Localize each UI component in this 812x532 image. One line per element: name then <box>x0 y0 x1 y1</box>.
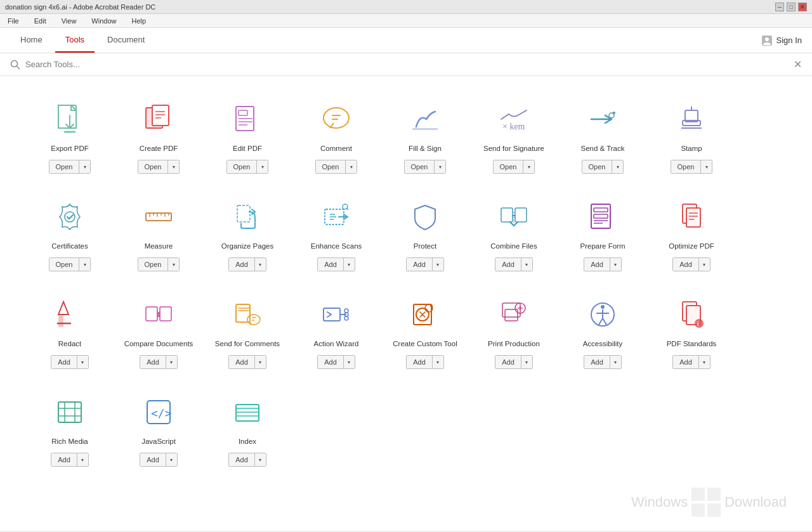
menu-view[interactable]: View <box>59 16 79 26</box>
search-clear-button[interactable]: ✕ <box>794 58 802 70</box>
accessibility-dropdown-btn[interactable]: ▾ <box>610 356 621 368</box>
combine-files-btn-group: Add ▾ <box>495 257 533 271</box>
svg-rect-35 <box>237 205 250 222</box>
export-pdf-dropdown-btn[interactable]: ▾ <box>79 160 90 173</box>
accessibility-add-btn[interactable]: Add <box>584 356 610 368</box>
create-custom-tool-btn-group: Add ▾ <box>406 355 444 369</box>
create-custom-tool-add-btn[interactable]: Add <box>407 356 432 368</box>
send-signature-btn-group: Open ▾ <box>493 160 535 174</box>
certificates-dropdown-btn[interactable]: ▾ <box>79 258 90 271</box>
comment-open-btn[interactable]: Open <box>316 160 346 173</box>
svg-rect-11 <box>239 110 247 115</box>
sign-in-button[interactable]: Sign In <box>761 35 802 46</box>
prepare-form-dropdown-btn[interactable]: ▾ <box>610 258 621 271</box>
protect-add-btn[interactable]: Add <box>407 258 432 271</box>
svg-rect-86 <box>58 402 81 422</box>
pdf-standards-dropdown-btn[interactable]: ▾ <box>698 356 710 368</box>
tool-protect: Protect Add ▾ <box>381 186 469 279</box>
javascript-add-btn[interactable]: Add <box>140 453 166 466</box>
pdf-standards-add-btn[interactable]: Add <box>673 356 698 368</box>
menu-window[interactable]: Window <box>89 16 119 26</box>
comment-dropdown-btn[interactable]: ▾ <box>345 160 357 173</box>
enhance-scans-dropdown-btn[interactable]: ▾ <box>343 258 355 271</box>
prepare-form-add-btn[interactable]: Add <box>584 258 610 271</box>
combine-files-add-btn[interactable]: Add <box>495 258 521 271</box>
redact-dropdown-btn[interactable]: ▾ <box>77 356 88 368</box>
rich-media-dropdown-btn[interactable]: ▾ <box>77 453 88 466</box>
svg-line-80 <box>599 318 603 325</box>
redact-add-btn[interactable]: Add <box>51 356 77 368</box>
protect-dropdown-btn[interactable]: ▾ <box>432 258 443 271</box>
organize-pages-add-btn[interactable]: Add <box>229 258 254 271</box>
optimize-pdf-dropdown-btn[interactable]: ▾ <box>698 258 710 271</box>
fill-sign-open-btn[interactable]: Open <box>405 160 435 173</box>
tool-export-pdf: Export PDF Open ▾ <box>25 89 114 181</box>
edit-pdf-open-btn[interactable]: Open <box>227 160 257 173</box>
create-custom-tool-dropdown-btn[interactable]: ▾ <box>432 356 443 368</box>
export-pdf-open-btn[interactable]: Open <box>49 160 79 173</box>
index-add-btn[interactable]: Add <box>229 453 254 466</box>
tool-optimize-pdf: Optimize PDF Add ▾ <box>647 186 736 279</box>
create-pdf-btn-group: Open ▾ <box>138 160 180 174</box>
menu-help[interactable]: Help <box>129 16 148 26</box>
stamp-open-btn[interactable]: Open <box>671 160 701 173</box>
optimize-pdf-add-btn[interactable]: Add <box>673 258 698 271</box>
maximize-button[interactable]: □ <box>787 3 796 11</box>
compare-documents-btn-group: Add ▾ <box>140 355 178 369</box>
search-input[interactable] <box>25 60 789 69</box>
javascript-dropdown-btn[interactable]: ▾ <box>166 453 177 466</box>
edit-pdf-dropdown-btn[interactable]: ▾ <box>256 160 268 173</box>
menu-file[interactable]: File <box>5 16 22 26</box>
enhance-scans-add-btn[interactable]: Add <box>318 258 343 271</box>
organize-pages-dropdown-btn[interactable]: ▾ <box>254 258 266 271</box>
tool-send-signature: × kem Send for Signature Open ▾ <box>469 89 558 181</box>
send-comments-dropdown-btn[interactable]: ▾ <box>254 356 266 368</box>
redact-icon <box>49 294 90 335</box>
send-signature-open-btn[interactable]: Open <box>494 160 523 173</box>
edit-pdf-icon <box>227 99 268 139</box>
combine-files-dropdown-btn[interactable]: ▾ <box>521 258 532 271</box>
print-production-label: Print Production <box>488 340 540 350</box>
tab-document[interactable]: Document <box>97 28 155 53</box>
tab-home[interactable]: Home <box>10 28 53 53</box>
tool-certificates: Certificates Open ▾ <box>25 186 114 279</box>
create-pdf-open-btn[interactable]: Open <box>138 160 168 173</box>
javascript-label: JavaScript <box>141 438 176 448</box>
send-comments-add-btn[interactable]: Add <box>229 356 254 368</box>
tab-tools[interactable]: Tools <box>55 28 95 53</box>
accessibility-icon <box>582 294 623 335</box>
print-production-icon <box>494 294 534 335</box>
tool-fill-sign: Fill & Sign Open ▾ <box>381 89 469 181</box>
menu-edit[interactable]: Edit <box>32 16 49 26</box>
stamp-dropdown-btn[interactable]: ▾ <box>700 160 712 173</box>
compare-documents-add-btn[interactable]: Add <box>140 356 166 368</box>
print-production-dropdown-btn[interactable]: ▾ <box>521 356 532 368</box>
measure-open-btn[interactable]: Open <box>138 258 168 271</box>
stamp-icon <box>671 99 712 139</box>
measure-dropdown-btn[interactable]: ▾ <box>167 258 179 271</box>
measure-icon <box>138 197 179 237</box>
print-production-add-btn[interactable]: Add <box>495 356 521 368</box>
create-pdf-dropdown-btn[interactable]: ▾ <box>167 160 179 173</box>
certificates-icon <box>49 197 90 237</box>
action-wizard-dropdown-btn[interactable]: ▾ <box>343 356 355 368</box>
compare-documents-dropdown-btn[interactable]: ▾ <box>166 356 177 368</box>
send-track-dropdown-btn[interactable]: ▾ <box>612 160 623 173</box>
fill-sign-btn-group: Open ▾ <box>404 160 447 174</box>
action-wizard-add-btn[interactable]: Add <box>318 356 343 368</box>
send-signature-dropdown-btn[interactable]: ▾ <box>523 160 534 173</box>
fill-sign-dropdown-btn[interactable]: ▾ <box>434 160 445 173</box>
rich-media-icon <box>49 392 90 432</box>
tool-action-wizard: Action Wizard Add ▾ <box>292 284 381 377</box>
title-bar-title: donation sign 4x6.ai - Adobe Acrobat Rea… <box>5 3 155 11</box>
minimize-button[interactable]: ─ <box>775 3 784 11</box>
send-signature-icon: × kem <box>494 99 534 139</box>
index-dropdown-btn[interactable]: ▾ <box>254 453 266 466</box>
certificates-open-btn[interactable]: Open <box>49 258 79 271</box>
rich-media-add-btn[interactable]: Add <box>51 453 77 466</box>
accessibility-label: Accessibility <box>583 340 623 350</box>
svg-point-22 <box>613 112 615 114</box>
close-button[interactable]: ✕ <box>798 3 807 11</box>
send-track-open-btn[interactable]: Open <box>582 160 612 173</box>
svg-point-15 <box>324 108 349 128</box>
